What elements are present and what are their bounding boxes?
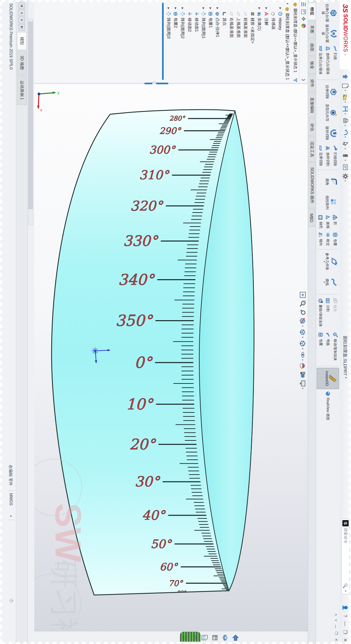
ribbon-button[interactable]: RealView 图形 [324,389,332,423]
doc-restore-icon[interactable]: ❐ [334,632,338,635]
user-icon[interactable]: 👤 [343,605,348,610]
options-gear-button[interactable]: ▼ [341,172,349,183]
ribbon-button[interactable]: 圆角 [317,172,339,192]
expander-icon[interactable]: ▶ [174,7,177,10]
view-palette-tab[interactable] [201,634,208,641]
ribbon-tab-草图[interactable]: 草图 [308,21,316,38]
tree-item[interactable]: 材质 <未指定> [249,0,256,83]
ribbon-button[interactable]: 放样凸台/基体 [324,44,332,78]
display-manager-tab-icon[interactable] [301,23,307,29]
tree-item[interactable]: ▶包覆2 [172,0,179,83]
ribbon-tab-渲染工具[interactable]: 渲染工具 [308,137,316,162]
ribbon-button[interactable]: 扫描切除 [331,144,339,168]
model-canvas[interactable]: 280°290°300°310°320°330°340°350°0°10°20°… [34,84,308,631]
last-tab-button[interactable] [19,24,25,31]
ribbon-button[interactable]: 弯曲 [324,330,332,364]
ribbon-button[interactable]: 曲线▼ [317,272,339,293]
magnifier-icon[interactable]: 🔍 [343,583,348,589]
doc-tab-模型[interactable]: 模型 [17,32,27,50]
tree-item[interactable]: ▶阵列(圆周)2 [179,0,186,83]
tree-item[interactable]: 移动面2 [186,0,193,83]
tree-item[interactable]: ▶实体(1) [256,0,263,83]
ribbon-button[interactable]: 组合 [331,296,339,330]
minimize-icon[interactable]: — [343,621,348,626]
save-button[interactable]: ▼ [341,105,349,116]
tree-item[interactable]: ▶阵列(圆周)1 [200,0,207,83]
ribbon-button[interactable]: 拔模 [324,213,332,230]
ribbon-button[interactable]: 旋转切除 [317,123,339,144]
ribbon-button[interactable]: 边界凸台/基体 [317,44,324,78]
ribbon-button[interactable]: 异型孔向导 [317,102,339,123]
expander-icon[interactable]: ▶ [167,7,170,10]
command-search[interactable]: S 搜索命令 🔍 ▼ [341,518,350,594]
tree-item[interactable]: 前视基准面 [242,0,249,83]
next-tab-button[interactable] [19,17,25,23]
feature-tree-tab-icon[interactable] [301,2,307,8]
expander-icon[interactable]: ▶ [279,7,282,10]
ribbon-button[interactable]: 移动/复制实体 [331,330,339,364]
custom-properties-tag-icon[interactable] [9,598,14,603]
search-input[interactable]: 搜索命令 [343,528,348,583]
units-caret-icon[interactable]: ▲ [10,515,13,517]
doc-tab-运动算例 1[interactable]: 运动算例 1 [17,76,27,105]
app-logo[interactable]: ЗS SOLIDWORKS ▸ [340,0,351,69]
tree-item[interactable]: 原点 [221,0,228,83]
expander-icon[interactable]: ▶ [216,7,219,10]
ribbon-button[interactable]: 边界切除 [317,144,324,168]
ribbon-button[interactable]: 包覆 [331,230,339,248]
ribbon-button[interactable]: 包覆 [317,330,324,364]
close-icon[interactable]: ✕ [343,638,348,642]
caret-down-icon[interactable]: ▼ [344,590,347,592]
prev-tab-button[interactable] [19,9,25,16]
new-doc-button[interactable]: ▼ [341,82,349,92]
horizontal-scrollbar[interactable] [28,19,33,225]
tree-item[interactable]: 移动面1 [193,0,200,83]
undo-button[interactable]: ▼ [341,128,349,139]
graphics-viewport[interactable]: ▼▼▼▼▼ 280°290°300°310°320°330°340°350°0°… [34,84,308,631]
rebuild-button[interactable]: ▼ [341,152,349,162]
home-button[interactable] [341,73,349,81]
filter-funnel-icon[interactable] [293,78,298,83]
ribbon-tab-直接编辑[interactable]: 直接编辑 [308,93,316,118]
fm-tabs-overflow-icon[interactable]: ❯ [302,79,306,81]
ribbon-button[interactable]: 镜向 [317,230,324,248]
configuration-tab-icon[interactable] [301,16,307,22]
tree-item[interactable]: ▼圆柱刻度盘 (默认<<默认>_显示状态 1 [284,0,291,83]
ribbon-button[interactable]: 抽壳 [317,213,324,230]
ribbon-button[interactable]: 线性阵列 [317,192,339,213]
file-properties-button[interactable] [341,163,349,171]
ribbon-tab-焊件[interactable]: 焊件 [308,75,316,92]
help-icon[interactable]: ? [343,615,348,617]
scrollbar-handle[interactable] [28,22,33,209]
doc-minimize-icon[interactable]: — [334,625,338,628]
expander-icon[interactable]: ▶ [258,7,261,10]
ribbon-button[interactable]: 相交 [324,230,332,248]
ribbon-button[interactable]: 拉伸凸台/基体 [317,3,339,23]
property-manager-tab-icon[interactable] [301,9,307,15]
tree-item[interactable]: 右视基准面 [228,0,235,83]
ribbon-tab-特征[interactable]: 特征 [308,3,316,20]
feature-manager-header[interactable]: 圆柱刻度盘 (默认<<默认>_显示状态 1 [291,0,299,83]
ribbon-tab-钣金[interactable]: 钣金 [308,57,316,74]
ribbon-button[interactable]: 筋 [331,213,339,230]
ribbon-tab-曲面[interactable]: 曲面 [308,39,316,56]
sw-resources-tab[interactable] [232,634,239,641]
expander-icon[interactable]: ▶ [265,7,268,10]
ribbon-button[interactable]: Instant3D [317,368,339,389]
doc-tab-3D 视图[interactable]: 3D 视图 [17,51,27,75]
doc-close-icon[interactable]: ✕ [334,638,338,641]
expander-icon[interactable]: ▼ [286,2,289,5]
tree-item[interactable]: ▶阵列(圆周)3 [165,0,172,83]
print-button[interactable]: ▼ [341,117,349,127]
ribbon-tab-MBD[interactable]: MBD [308,209,315,227]
ribbon-button[interactable]: 参考几何体▼ [317,251,339,272]
tree-item[interactable]: 传感器 [270,0,277,83]
file-explorer-tab[interactable] [211,634,219,641]
ribbon-button[interactable]: 扫描 [331,44,339,78]
tree-item[interactable]: 上视基准面 [235,0,242,83]
tree-item[interactable]: ▶注解 [263,0,270,83]
tree-item[interactable]: ▶凸台-拉伸1 [214,0,221,83]
first-tab-button[interactable] [19,2,25,9]
ribbon-button[interactable]: 拉伸切除 [317,82,339,102]
menu-expand-caret-icon[interactable]: ▸ [344,54,347,56]
